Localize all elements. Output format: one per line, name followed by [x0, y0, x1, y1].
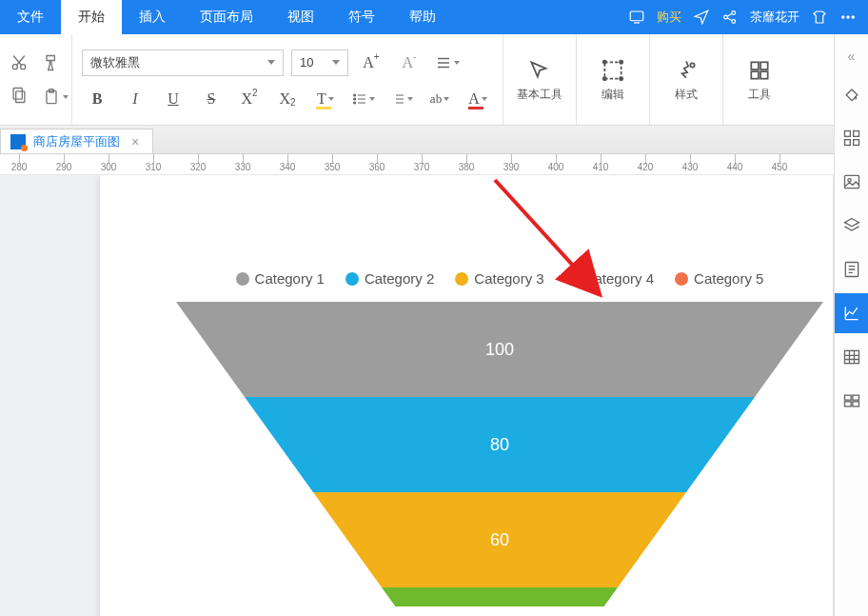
edit-button[interactable]: 编辑: [586, 58, 640, 103]
basic-tools-button[interactable]: 基本工具: [513, 58, 566, 103]
ruler-label: 360: [369, 162, 385, 172]
svg-rect-28: [844, 140, 850, 146]
svg-rect-9: [13, 88, 22, 99]
send-icon[interactable]: [693, 9, 710, 26]
svg-rect-16: [604, 62, 621, 78]
svg-point-18: [620, 61, 622, 64]
ruler-label: 320: [190, 162, 207, 172]
svg-point-13: [354, 94, 356, 96]
ruler-label: 380: [459, 162, 475, 172]
increase-font-button[interactable]: A+: [356, 50, 386, 76]
decrease-font-button[interactable]: A-: [394, 50, 424, 76]
menu-symbol[interactable]: 符号: [331, 0, 392, 34]
shapes-panel-button[interactable]: [835, 118, 869, 158]
notes-panel-button[interactable]: [835, 249, 869, 289]
svg-rect-33: [844, 350, 858, 363]
svg-rect-0: [630, 11, 643, 21]
text-transform-button[interactable]: ab: [424, 86, 455, 112]
subscript-button[interactable]: X2: [272, 86, 303, 112]
menu-insert[interactable]: 插入: [122, 0, 183, 34]
legend-dot-icon: [236, 272, 249, 286]
strikethrough-button[interactable]: S: [196, 86, 227, 112]
legend-item[interactable]: Category 2: [345, 270, 434, 287]
legend-dot-icon: [345, 272, 359, 286]
funnel-segment[interactable]: 60: [313, 492, 686, 587]
page: Category 1Category 2Category 3Category 4…: [100, 175, 833, 616]
menu-view[interactable]: 视图: [270, 0, 331, 34]
clipboard-group: [0, 34, 72, 125]
tools-group: 工具: [723, 34, 796, 125]
legend-item[interactable]: Category 1: [236, 270, 325, 287]
image-panel-button[interactable]: [835, 162, 869, 202]
menu-help[interactable]: 帮助: [392, 0, 453, 34]
style-button[interactable]: 样式: [660, 58, 713, 103]
svg-rect-30: [844, 175, 858, 188]
svg-rect-26: [844, 131, 850, 137]
font-size-select[interactable]: 10: [291, 50, 348, 76]
font-family-select[interactable]: 微软雅黑: [82, 50, 284, 76]
menu-start[interactable]: 开始: [61, 0, 122, 34]
ruler-label: 330: [235, 162, 251, 172]
document-tab-title: 商店房屋平面图: [33, 133, 120, 150]
menu-page-layout[interactable]: 页面布局: [183, 0, 270, 34]
bullets-button[interactable]: [348, 86, 379, 112]
canvas[interactable]: Category 1Category 2Category 3Category 4…: [0, 175, 834, 616]
ribbon-toolbar: 微软雅黑 10 A+ A- B I U S X2 X2 T ab A: [0, 34, 868, 126]
tools-button[interactable]: 工具: [733, 58, 786, 103]
ruler-label: 450: [772, 162, 788, 172]
chevron-down-icon: [267, 60, 275, 65]
paste-icon[interactable]: [42, 88, 69, 107]
app-logo-icon: [10, 134, 26, 149]
ruler-label: 370: [414, 162, 430, 172]
svg-rect-22: [751, 62, 759, 70]
collapse-panel-button[interactable]: «: [843, 42, 860, 70]
fill-panel-button[interactable]: [835, 74, 869, 114]
cut-icon[interactable]: [10, 53, 29, 76]
svg-point-19: [603, 77, 606, 80]
text-highlight-button[interactable]: T: [310, 86, 341, 112]
chevron-down-icon: [332, 60, 340, 65]
funnel-segment[interactable]: [382, 587, 618, 606]
legend-dot-icon: [455, 272, 468, 286]
svg-rect-35: [852, 395, 858, 400]
close-tab-button[interactable]: ×: [128, 134, 143, 149]
buy-link[interactable]: 购买: [657, 9, 681, 26]
legend-item[interactable]: Category 5: [675, 270, 763, 287]
svg-rect-24: [751, 71, 759, 79]
format-painter-icon[interactable]: [42, 53, 61, 76]
layers-panel-button[interactable]: [835, 206, 869, 246]
table-panel-button[interactable]: [835, 337, 869, 377]
copy-icon[interactable]: [10, 86, 29, 109]
username-label[interactable]: 茶靡花开: [750, 9, 799, 26]
svg-point-20: [620, 77, 622, 80]
superscript-button[interactable]: X2: [234, 86, 265, 112]
svg-rect-27: [853, 131, 858, 137]
font-group: 微软雅黑 10 A+ A- B I U S X2 X2 T ab A: [72, 34, 503, 125]
svg-point-14: [354, 98, 356, 100]
more-icon[interactable]: [839, 9, 857, 26]
share-icon[interactable]: [721, 9, 739, 26]
document-tab[interactable]: 商店房屋平面图 ×: [0, 129, 153, 153]
svg-point-4: [842, 16, 844, 18]
svg-point-5: [847, 16, 849, 18]
document-tabs: 商店房屋平面图 ×: [0, 126, 868, 154]
menu-file[interactable]: 文件: [0, 0, 61, 34]
svg-rect-36: [844, 402, 851, 407]
line-spacing-button[interactable]: [432, 50, 463, 76]
ruler-label: 340: [280, 162, 296, 172]
chart-panel-button[interactable]: [835, 293, 869, 333]
edit-group: 编辑: [577, 34, 650, 125]
font-color-button[interactable]: A: [463, 86, 493, 112]
underline-button[interactable]: U: [158, 86, 188, 112]
bold-button[interactable]: B: [82, 86, 112, 112]
legend-label: Category 2: [365, 270, 434, 287]
ruler-label: 300: [101, 162, 117, 172]
svg-point-17: [603, 61, 606, 64]
numbering-button[interactable]: [386, 86, 417, 112]
feedback-icon[interactable]: [628, 9, 645, 26]
svg-rect-23: [760, 62, 768, 70]
italic-button[interactable]: I: [120, 86, 150, 112]
funnel-segment[interactable]: 80: [245, 397, 755, 492]
tshirt-icon[interactable]: [811, 9, 828, 26]
grid-panel-button[interactable]: [835, 381, 869, 421]
